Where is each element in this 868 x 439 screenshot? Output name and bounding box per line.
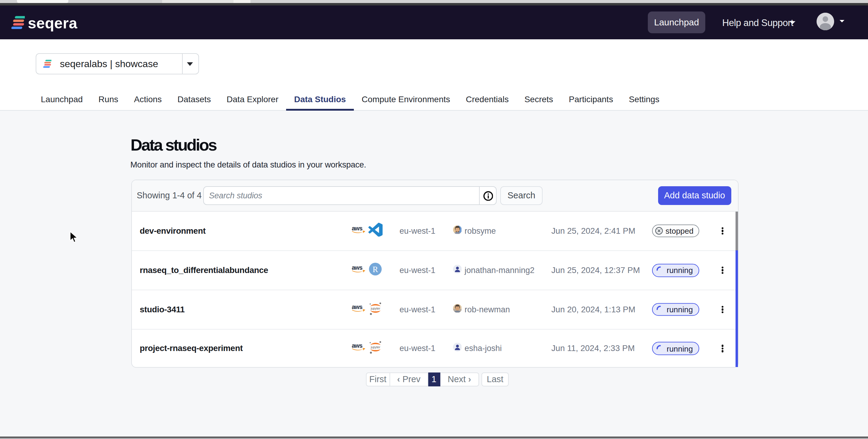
svg-text:aws: aws	[351, 343, 362, 349]
svg-text:aws: aws	[351, 264, 362, 271]
svg-text:jupyter: jupyter	[371, 307, 380, 310]
svg-text:aws: aws	[351, 225, 362, 231]
svg-text:aws: aws	[351, 303, 362, 310]
svg-text:jupyter: jupyter	[371, 346, 380, 349]
svg-text:R: R	[373, 265, 378, 274]
